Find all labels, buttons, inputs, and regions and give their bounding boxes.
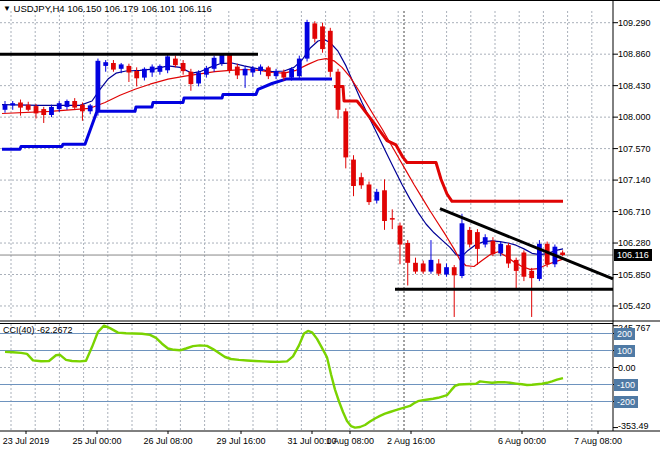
- cci-level-tag: -200: [614, 396, 638, 408]
- cci-indicator-label: CCI(40) -62.2672: [3, 325, 73, 336]
- price-axis-label: 107.140: [618, 175, 651, 185]
- price-axis-label: 105.850: [618, 270, 651, 280]
- price-axis-label: 106.710: [618, 207, 651, 217]
- quote-close: 106.116: [178, 3, 212, 14]
- quote-low: 106.101: [141, 3, 175, 14]
- cci-indicator-name: CCI(40): [3, 325, 35, 335]
- time-axis-label: 29 Jul 16:00: [216, 436, 265, 446]
- symbol-period-label: USDJPY,H4: [14, 3, 65, 14]
- price-axis-label: 108.000: [618, 112, 651, 122]
- time-axis-label: 2 Aug 16:00: [387, 436, 435, 446]
- cci-axis-min: -353.49: [614, 420, 652, 432]
- price-axis-label: 105.420: [618, 301, 651, 311]
- cci-level-tag: 200: [614, 328, 635, 340]
- time-axis-label: 25 Jul 00:00: [72, 436, 121, 446]
- cci-axis-zero: 0.00: [614, 362, 639, 374]
- symbol-dropdown-icon[interactable]: ▼: [3, 4, 11, 13]
- cci-level-tag: -100: [614, 379, 638, 391]
- price-axis-label: 108.430: [618, 81, 651, 91]
- quote-high: 106.179: [104, 3, 138, 14]
- price-axis-label: 107.570: [618, 144, 651, 154]
- price-chart-canvas[interactable]: [0, 1, 660, 450]
- cci-level-tag: 100: [614, 345, 635, 357]
- time-axis-label: 23 Jul 2019: [3, 436, 50, 446]
- cci-indicator-value: -62.2672: [37, 325, 73, 335]
- price-axis-label: 109.290: [618, 18, 651, 28]
- chart-title: ▼ USDJPY,H4 106.150 106.179 106.101 106.…: [3, 3, 212, 15]
- time-axis-label: 26 Jul 08:00: [143, 436, 192, 446]
- time-axis-label: 6 Aug 00:00: [498, 436, 546, 446]
- time-axis-label: 1 Aug 08:00: [326, 436, 374, 446]
- time-axis-label: 7 Aug 08:00: [574, 436, 622, 446]
- current-price-tag: 106.116: [614, 249, 652, 261]
- quote-open: 106.150: [67, 3, 101, 14]
- chart-window: ▼ USDJPY,H4 106.150 106.179 106.101 106.…: [0, 0, 660, 450]
- price-axis-label: 106.280: [618, 238, 651, 248]
- price-axis-label: 108.860: [618, 49, 651, 59]
